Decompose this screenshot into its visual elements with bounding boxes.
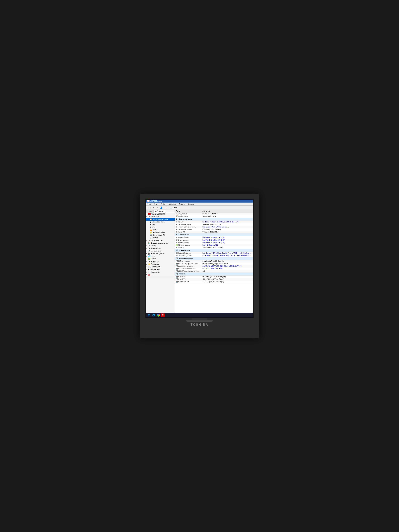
tree-item-test[interactable]: › 64 Тест (146, 273, 175, 276)
field-text: Тип BIOS (178, 231, 185, 233)
tree-item-aida64[interactable]: 64 AIDA64 v6.00.5100 (146, 213, 175, 215)
tree-item-network[interactable]: › 🌐 Сеть (146, 255, 175, 258)
tree-item-config[interactable]: › ≡ Конфигурация (146, 268, 175, 271)
tree-item-database[interactable]: › 🗄 База данных (146, 271, 175, 273)
chart-button[interactable]: 📈 (164, 206, 168, 209)
tree-label-overclock: Разгон (152, 229, 157, 231)
tree-item-programs[interactable]: › 📁 Программы (146, 263, 175, 266)
field-name: 📅 Дата / Время (175, 215, 201, 218)
sidebar-scroll-bar[interactable]: ‹ › (146, 276, 175, 278)
expand-icon-computer: ∨ (146, 216, 148, 217)
field-text: Видеоадаптер (178, 239, 189, 241)
table-row: 💾 IDE-контроллер Standard SATA AHCI Cont… (175, 260, 253, 262)
table-row: 🖥 Вход в домен DESKTOP-ENSA8F6 (175, 213, 253, 215)
section-label: Разделы (179, 273, 186, 275)
tree-item-storage[interactable]: › 💾 Хранение данных (146, 252, 175, 255)
row-icon: 💾 (176, 281, 178, 283)
menu-report[interactable]: Отчёт (160, 203, 165, 205)
field-value: 237,9 ГБ (209,3 ГБ свободно) (201, 280, 253, 283)
field-name: 💾 D: (NTFS) (175, 278, 201, 280)
computer-icon: 🖥 (148, 215, 150, 218)
table-row: 💾 SMART-статус жёстких дис... OK (175, 270, 253, 272)
tree-item-os[interactable]: › 🪟 Операционная система (146, 242, 175, 244)
menu-file[interactable]: Файл (147, 203, 152, 205)
tree-label-power: Электропитание (152, 232, 165, 233)
section-icon: 🖥 (176, 218, 177, 220)
row-icon: 💾 (176, 260, 178, 262)
tree-item-summary[interactable]: 📋 Суммарная информа... (146, 218, 175, 221)
tree-item-sensors[interactable]: ⊙ Датчики (146, 236, 175, 239)
tree-item-overclock[interactable]: 🔥 Разгон (146, 228, 175, 231)
taskbar-chrome-button[interactable] (156, 313, 161, 317)
field-name: ❎ 3D-акселератор (175, 244, 201, 246)
toolbar-divider (169, 206, 169, 209)
section-header-storage: 💾 Хранение данных (175, 257, 253, 260)
tree-label-computer: Компьютер (151, 216, 159, 218)
tab-favorites[interactable]: Избранное (153, 210, 165, 213)
row-icon: 🖥 (176, 247, 177, 248)
tree-label-programs: Программы (151, 263, 159, 265)
field-name: 💾 C: (NTFS) (175, 276, 201, 278)
back-button[interactable]: ‹ (147, 206, 149, 209)
scroll-left[interactable]: ‹ (146, 276, 147, 278)
taskbar-edge-button[interactable]: 🌐 (152, 313, 156, 317)
tree-item-laptop[interactable]: 💻 Портативный ПК (146, 234, 175, 236)
taskbar: ⊞ 🌐 64 (146, 313, 253, 317)
main-layout: Меню Избранное 64 AIDA64 v6.00.5100 ∨ 🖥 (146, 210, 253, 313)
section-title: 🎵 Мультимедиа (175, 249, 253, 252)
tree-item-motherboard[interactable]: › 🖥 Системная плата (146, 239, 175, 242)
tree-item-dmi[interactable]: 🖥 DMI (146, 223, 175, 226)
tree-label-config: Конфигурация (150, 268, 160, 270)
taskbar-aida64-button[interactable]: 64 (161, 313, 165, 317)
taskbar-start-button[interactable]: ⊞ (147, 313, 151, 317)
row-icon: 💾 (176, 276, 178, 278)
field-text: Монитор (178, 247, 184, 248)
tree-item-computer[interactable]: ∨ 🖥 Компьютер (146, 215, 175, 218)
up-button[interactable]: ∧ (152, 206, 155, 209)
row-icon: 💾 (176, 265, 178, 267)
field-text: Звуковой адаптер (178, 255, 191, 256)
field-value: Intel Sunrise Point-LP, Intel Skylake-U (201, 226, 253, 228)
field-name: 💾 Контроллер хранения данн... (175, 262, 201, 265)
tree-item-display[interactable]: › 🖥 Отображение (146, 247, 175, 250)
tree-item-computername[interactable]: 🖥 Имя компьютера (146, 221, 175, 223)
toolbar: ‹ › ∧ ↺ 👤 📈 📄 Отчёт (146, 206, 253, 210)
row-icon: 🖥 (176, 221, 177, 223)
tree-item-directx[interactable]: › ❎ DirectX (146, 258, 175, 260)
tree-item-devices[interactable]: › 🔌 Устройства (146, 260, 175, 263)
tree-label-storage: Хранение данных (151, 253, 164, 254)
tree-item-security[interactable]: › 🛡 Безопасность (146, 266, 175, 268)
aida64-icon: 64 (148, 213, 151, 215)
field-text: 3D-акселератор (178, 244, 190, 246)
field-value: DESKTOP-ENSA8F6 (201, 213, 253, 215)
menu-help[interactable]: Справка (187, 203, 195, 205)
field-text: Тип ЦП (178, 221, 183, 223)
tree-label-laptop: Портативный ПК (152, 234, 165, 236)
row-icon: ❎ (176, 244, 178, 246)
menu-view[interactable]: Вид (154, 203, 158, 205)
field-text: Оптический накопитель (178, 268, 196, 270)
menu-favorites[interactable]: Избранное (168, 203, 177, 205)
user-button[interactable]: 👤 (159, 206, 163, 209)
tree-label-aida64: AIDA64 v6.00.5100 (151, 213, 165, 215)
refresh-button[interactable]: ↺ (156, 206, 159, 209)
tab-menu[interactable]: Меню (146, 210, 153, 213)
field-text: Вход в домен (178, 213, 188, 215)
field-value: Intel(R) HD Graphics 520 (1 ГБ) (201, 236, 253, 239)
tree-item-power[interactable]: ⚡ Электропитание (146, 231, 175, 234)
menu-service[interactable]: Сервис (179, 203, 185, 205)
tree-item-server[interactable]: › 🖥 Сервер (146, 244, 175, 247)
tree-item-multimedia[interactable]: › 🎵 Мультимедиа (146, 250, 175, 252)
tree-label-directx: DirectX (151, 258, 156, 260)
tree-item-ipmi[interactable]: 🖥 IPMI (146, 226, 175, 228)
row-icon: 🖥 (176, 239, 177, 241)
forward-button[interactable]: › (150, 206, 152, 209)
field-text: SMART-статус жёстких дис... (178, 270, 200, 272)
scroll-right[interactable]: › (174, 276, 174, 278)
field-name: 💾 Общий объём (175, 280, 201, 283)
section-icon: 💾 (176, 257, 178, 259)
toshiba-brand: TOSHIBA (146, 322, 253, 328)
field-value: Realtek ALC255 @ Intel Sunrise Point-LP … (201, 254, 253, 257)
table-row: 🎵 Звуковой адаптер Realtek ALC255 @ Inte… (175, 254, 253, 257)
field-value: Microsoft Storage Spaces Controller (201, 262, 253, 265)
